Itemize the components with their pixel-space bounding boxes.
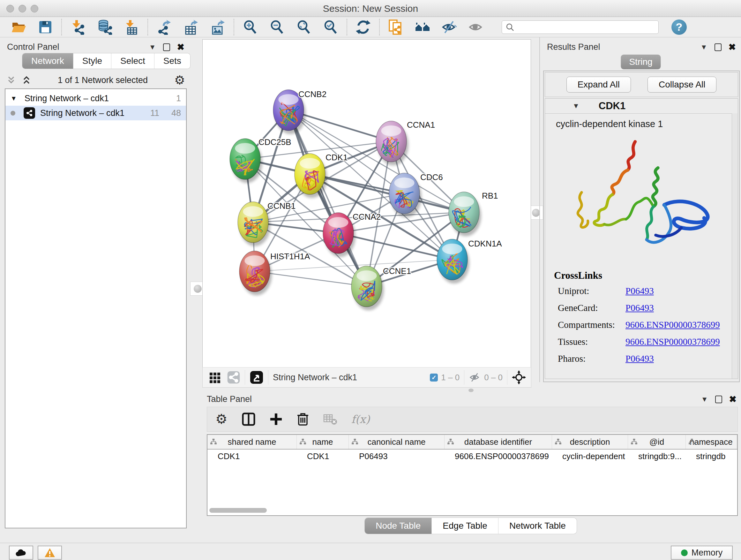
expand-all-icon[interactable] bbox=[6, 75, 16, 85]
network-share-icon[interactable] bbox=[227, 371, 240, 384]
panel-float-icon[interactable] bbox=[715, 44, 722, 51]
warnings-button[interactable] bbox=[38, 546, 62, 560]
crosslink-link[interactable]: P06493 bbox=[625, 354, 654, 364]
table-row[interactable]: CDK1CDK1P064939606.ENSP00000378699cyclin… bbox=[207, 449, 737, 463]
entry-collapse-icon[interactable]: ▼ bbox=[572, 102, 580, 110]
copy-network-icon[interactable] bbox=[388, 19, 403, 35]
panel-float-icon[interactable] bbox=[715, 395, 722, 403]
network-node[interactable]: CDC25B bbox=[230, 137, 291, 183]
tab-node-table[interactable]: Node Table bbox=[365, 518, 431, 534]
birds-eye-view-icon[interactable] bbox=[250, 370, 264, 384]
import-database-icon[interactable] bbox=[97, 19, 112, 35]
cloud-status-button[interactable] bbox=[9, 546, 33, 560]
column-layout-icon[interactable] bbox=[242, 412, 256, 426]
open-session-icon[interactable] bbox=[11, 19, 26, 35]
gear-icon[interactable]: ⚙ bbox=[174, 74, 185, 86]
export-image-icon[interactable] bbox=[210, 19, 225, 35]
zoom-selected-icon[interactable] bbox=[323, 19, 338, 35]
table-cell[interactable]: stringdb:9... bbox=[628, 449, 686, 463]
network-row[interactable]: String Network – cdk1 11 48 bbox=[5, 106, 186, 120]
horizontal-splitter-handle[interactable] bbox=[468, 388, 474, 392]
center-view-icon[interactable] bbox=[512, 370, 526, 384]
node-label: CDC25B bbox=[259, 137, 291, 147]
column-header[interactable]: description bbox=[552, 435, 628, 449]
crosslink-link[interactable]: 9606.ENSP00000378699 bbox=[625, 336, 720, 347]
network-node[interactable]: CCNB1 bbox=[238, 201, 295, 246]
results-scrollbar[interactable] bbox=[732, 113, 738, 379]
crosslink-link[interactable]: 9606.ENSP00000378699 bbox=[625, 320, 720, 330]
panel-close-icon[interactable]: ✖ bbox=[177, 42, 185, 52]
show-panels-icon[interactable] bbox=[468, 19, 484, 35]
tab-network[interactable]: Network bbox=[22, 53, 73, 69]
table-cell[interactable]: stringdb bbox=[686, 449, 737, 463]
tab-network-table[interactable]: Network Table bbox=[498, 518, 577, 534]
panel-float-icon[interactable] bbox=[163, 44, 170, 51]
expand-all-button[interactable]: Expand All bbox=[566, 77, 631, 92]
table-cell[interactable]: P06493 bbox=[349, 449, 445, 463]
column-header[interactable]: name bbox=[297, 435, 349, 449]
search-input[interactable] bbox=[517, 22, 655, 32]
home-networks-icon[interactable] bbox=[415, 19, 430, 35]
column-header[interactable]: namespace bbox=[686, 435, 737, 449]
help-icon[interactable]: ? bbox=[671, 19, 687, 35]
import-network-icon[interactable] bbox=[70, 19, 85, 35]
search-box[interactable] bbox=[502, 20, 659, 34]
export-table-icon[interactable] bbox=[183, 19, 199, 35]
network-node[interactable]: CCNE1 bbox=[351, 266, 411, 310]
column-header[interactable]: canonical name bbox=[349, 435, 445, 449]
column-header[interactable]: database identifier bbox=[445, 435, 552, 449]
network-node[interactable]: HIST1H1A bbox=[239, 251, 310, 295]
tab-edge-table[interactable]: Edge Table bbox=[431, 518, 498, 534]
network-label: String Network – cdk1 bbox=[40, 108, 125, 118]
column-header[interactable]: @id bbox=[628, 435, 686, 449]
table-cell[interactable]: 9606.ENSP00000378699 bbox=[445, 449, 552, 463]
column-header[interactable]: shared name bbox=[207, 435, 297, 449]
delete-table-icon bbox=[323, 413, 337, 426]
table-cell[interactable]: CDK1 bbox=[297, 449, 349, 463]
panel-menu-icon[interactable]: ▼ bbox=[149, 43, 156, 51]
network-node[interactable]: CCNA2 bbox=[323, 212, 381, 257]
table-cell[interactable]: cyclin-dependent ... bbox=[552, 449, 628, 463]
save-session-icon[interactable] bbox=[38, 19, 53, 35]
table-settings-icon[interactable]: ⚙ bbox=[215, 413, 227, 426]
export-network-icon[interactable] bbox=[156, 19, 172, 35]
delete-column-icon[interactable] bbox=[296, 412, 309, 426]
import-table-icon[interactable] bbox=[124, 19, 139, 35]
memory-button[interactable]: Memory bbox=[671, 546, 733, 560]
node-table[interactable]: shared namenamecanonical namedatabase id… bbox=[207, 434, 738, 516]
zoom-out-icon[interactable] bbox=[269, 19, 285, 35]
panel-close-icon[interactable]: ✖ bbox=[729, 42, 736, 52]
hidden-items-icon bbox=[469, 372, 481, 383]
crosslink-link[interactable]: P06493 bbox=[625, 303, 654, 313]
network-node[interactable]: CDKN1A bbox=[437, 239, 502, 284]
tab-string[interactable]: String bbox=[621, 55, 661, 69]
table-cell[interactable]: CDK1 bbox=[207, 449, 297, 463]
node-label: CDK1 bbox=[326, 152, 347, 162]
selected-indicator-checkbox[interactable]: ✓ bbox=[430, 374, 438, 381]
collection-expander-icon[interactable]: ▼ bbox=[10, 95, 17, 102]
hide-panels-icon[interactable] bbox=[442, 19, 457, 35]
zoom-in-icon[interactable] bbox=[243, 19, 258, 35]
zoom-fit-icon[interactable] bbox=[296, 19, 312, 35]
grid-view-icon[interactable] bbox=[208, 371, 222, 384]
crosslink-row: Pharos:P06493 bbox=[558, 354, 738, 364]
panel-menu-icon[interactable]: ▼ bbox=[701, 395, 708, 403]
network-node[interactable]: RB1 bbox=[449, 191, 498, 236]
collapse-all-icon[interactable] bbox=[22, 75, 31, 85]
table-hscrollbar[interactable] bbox=[207, 507, 737, 514]
network-collection-row[interactable]: ▼ String Network – cdk1 1 bbox=[5, 91, 186, 106]
network-canvas[interactable]: CCNB2CCNA1CDC25BCDK1CDC6RB1CCNB1CCNA2CDK… bbox=[202, 39, 531, 368]
tab-select[interactable]: Select bbox=[111, 53, 154, 69]
crosslink-link[interactable]: P06493 bbox=[625, 286, 654, 296]
collapse-all-button[interactable]: Collapse All bbox=[648, 77, 717, 92]
network-node[interactable]: CCNA1 bbox=[376, 120, 435, 165]
tab-sets[interactable]: Sets bbox=[154, 53, 190, 69]
refresh-icon[interactable] bbox=[355, 19, 371, 35]
add-column-icon[interactable] bbox=[270, 413, 282, 426]
tab-style[interactable]: Style bbox=[73, 53, 111, 69]
crosslink-label: Compartments: bbox=[558, 320, 625, 330]
panel-menu-icon[interactable]: ▼ bbox=[700, 43, 708, 51]
protein-structure-image bbox=[545, 132, 738, 261]
crosslink-row: Tissues:9606.ENSP00000378699 bbox=[558, 336, 738, 347]
panel-close-icon[interactable]: ✖ bbox=[729, 394, 737, 405]
